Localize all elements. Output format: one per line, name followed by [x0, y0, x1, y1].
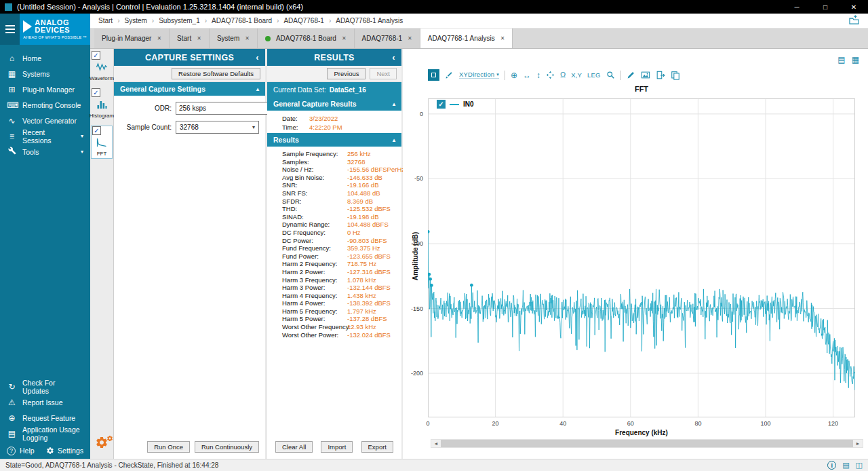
maximize-button[interactable]: □: [811, 0, 840, 14]
chart-horizontal-scrollbar[interactable]: ◄ ►: [431, 439, 863, 448]
brush-tool-icon[interactable]: [445, 71, 454, 79]
sample-count-value: 32768: [180, 124, 199, 131]
magnet-snap-icon[interactable]: Ω: [560, 71, 566, 79]
close-button[interactable]: ✕: [840, 0, 868, 14]
close-icon[interactable]: ✕: [157, 35, 161, 41]
close-icon[interactable]: ✕: [500, 35, 505, 41]
vertical-zoom-icon[interactable]: ↕: [536, 71, 540, 79]
sidebar-item-systems[interactable]: ▦ Systems: [0, 66, 90, 81]
sidebar-item-home[interactable]: ⌂ Home: [0, 50, 90, 66]
import-button[interactable]: Import: [321, 441, 353, 453]
grid-layout-icon[interactable]: ▦: [852, 55, 859, 64]
x-tick-label: 60: [627, 420, 634, 427]
scroll-right-icon[interactable]: ►: [853, 440, 863, 447]
fft-view-tile[interactable]: ✓ FFT: [91, 126, 113, 159]
pointer-tool-button[interactable]: [428, 69, 439, 81]
waveform-view-tile[interactable]: ✓ Waveform: [91, 51, 113, 83]
results-section-header[interactable]: Results ▴: [267, 133, 401, 147]
scrollbar-thumb[interactable]: [441, 440, 853, 447]
sidebar-item-tools[interactable]: Tools ▾: [0, 144, 90, 159]
series-in0-checkbox[interactable]: ✓: [437, 100, 446, 109]
collapse-panel-icon[interactable]: ‹: [392, 53, 395, 62]
close-icon[interactable]: ✕: [245, 35, 250, 41]
tab-system[interactable]: System ✕: [210, 29, 258, 48]
export-button[interactable]: Export: [361, 441, 393, 453]
general-capture-results-header[interactable]: General Capture Results ▴: [267, 97, 401, 111]
fft-checkbox[interactable]: ✓: [92, 126, 101, 135]
layout-toggle-icon[interactable]: ◫: [856, 461, 863, 470]
save-image-icon[interactable]: [641, 71, 650, 79]
result-row: SINAD:-19.198 dB: [267, 213, 399, 221]
sidebar-item-remoting-console[interactable]: ⌨ Remoting Console: [0, 97, 90, 113]
current-dataset-value: DataSet_16: [330, 86, 366, 94]
annotate-pencil-icon[interactable]: [627, 71, 635, 79]
collapse-panel-icon[interactable]: ‹: [256, 53, 259, 62]
clear-all-button[interactable]: Clear All: [275, 441, 313, 453]
dock-panel-icon[interactable]: ▤: [837, 55, 845, 64]
waveform-checkbox[interactable]: ✓: [92, 51, 100, 60]
adi-logo-triangle-icon: [23, 20, 32, 33]
x-tick-label: 0: [426, 420, 429, 427]
fit-view-icon[interactable]: [546, 71, 555, 79]
sidebar-item-settings[interactable]: Settings: [46, 447, 83, 455]
crosshair-tool-icon[interactable]: ⊕: [511, 71, 517, 79]
sidebar: ANALOG DEVICES AHEAD OF WHAT'S POSSIBLE …: [0, 14, 90, 459]
sidebar-item-usage-logging[interactable]: ▤ Application Usage Logging: [0, 426, 90, 441]
breadcrumb-board[interactable]: ADAQ7768-1 Board: [200, 17, 272, 24]
sidebar-item-recent-sessions[interactable]: ≡ Recent Sessions ▾: [0, 128, 90, 144]
close-icon[interactable]: ✕: [197, 35, 201, 41]
sidebar-item-request-feature[interactable]: ⊕ Request Feature: [0, 410, 90, 426]
close-icon[interactable]: ✕: [408, 35, 412, 41]
zoom-tool-icon[interactable]: [606, 71, 615, 79]
scroll-left-icon[interactable]: ◄: [431, 440, 441, 447]
window-titlebar: (Untitled Session) - Analysis | Control …: [0, 0, 868, 14]
breadcrumb-device[interactable]: ADAQ7768-1: [272, 17, 324, 24]
session-export-icon[interactable]: [848, 15, 860, 26]
tab-device[interactable]: ADAQ7768-1 ✕: [355, 29, 420, 48]
horizontal-zoom-icon[interactable]: ↔: [523, 71, 531, 79]
breadcrumb-system[interactable]: System: [113, 17, 147, 24]
result-row: Noise / Hz:-155.56 dBFSPerHz: [267, 166, 399, 174]
tab-start[interactable]: Start ✕: [170, 29, 210, 48]
sidebar-item-plugin-manager[interactable]: ⊞ Plug-in Manager: [0, 81, 90, 97]
run-once-button[interactable]: Run Once: [147, 441, 190, 453]
breadcrumb-subsystem[interactable]: Subsystem_1: [147, 17, 200, 24]
general-capture-settings-header[interactable]: General Capture Settings ▴: [114, 82, 265, 96]
next-button[interactable]: Next: [370, 68, 397, 79]
histogram-checkbox[interactable]: ✓: [92, 88, 100, 97]
tools-icon: [7, 147, 17, 157]
waveform-icon: ∿: [7, 116, 17, 126]
analysis-settings-gear-icon[interactable]: [95, 436, 108, 452]
hamburger-menu-icon[interactable]: [0, 14, 20, 45]
run-continuously-button[interactable]: Run Continuously: [195, 441, 259, 453]
sample-count-select[interactable]: 32768 ▾: [176, 121, 259, 134]
sidebar-item-check-for-updates[interactable]: ↻ Check For Updates: [0, 379, 90, 394]
gear-icon: [46, 447, 54, 455]
sidebar-item-report-issue[interactable]: ⚠ Report Issue: [0, 394, 90, 410]
tab-analysis[interactable]: ADAQ7768-1 Analysis ✕: [420, 29, 513, 48]
event-log-icon[interactable]: ▤: [842, 461, 849, 470]
minimize-button[interactable]: ─: [783, 0, 811, 14]
xy-direction-select[interactable]: XYDirection ▾: [459, 71, 499, 79]
odr-input[interactable]: [176, 102, 272, 115]
sidebar-item-label: Systems: [22, 70, 50, 78]
time-label: Time:: [282, 123, 309, 132]
tab-board[interactable]: ADAQ7768-1 Board ✕: [258, 29, 355, 48]
legend-toggle-tool[interactable]: LEG: [587, 72, 601, 79]
fft-plot[interactable]: [428, 98, 855, 417]
histogram-view-tile[interactable]: ✓ Histogram: [91, 88, 113, 120]
tab-plugin-manager[interactable]: Plug-in Manager ✕: [94, 29, 170, 48]
restore-defaults-button[interactable]: Restore Software Defaults: [172, 68, 260, 79]
info-icon[interactable]: i: [827, 461, 836, 470]
export-data-icon[interactable]: [656, 71, 665, 80]
breadcrumb-start[interactable]: Start: [98, 17, 113, 24]
previous-button[interactable]: Previous: [327, 68, 366, 79]
xy-values-tool[interactable]: X,Y: [571, 72, 582, 79]
sessions-icon: ≡: [7, 132, 17, 141]
request-feature-icon: ⊕: [7, 413, 17, 423]
close-icon[interactable]: ✕: [342, 35, 347, 41]
sidebar-item-vector-generator[interactable]: ∿ Vector Generator: [0, 113, 90, 128]
sidebar-item-help[interactable]: Help: [20, 447, 35, 455]
copy-chart-icon[interactable]: [671, 71, 680, 80]
breadcrumb-analysis[interactable]: ADAQ7768-1 Analysis: [324, 17, 403, 24]
